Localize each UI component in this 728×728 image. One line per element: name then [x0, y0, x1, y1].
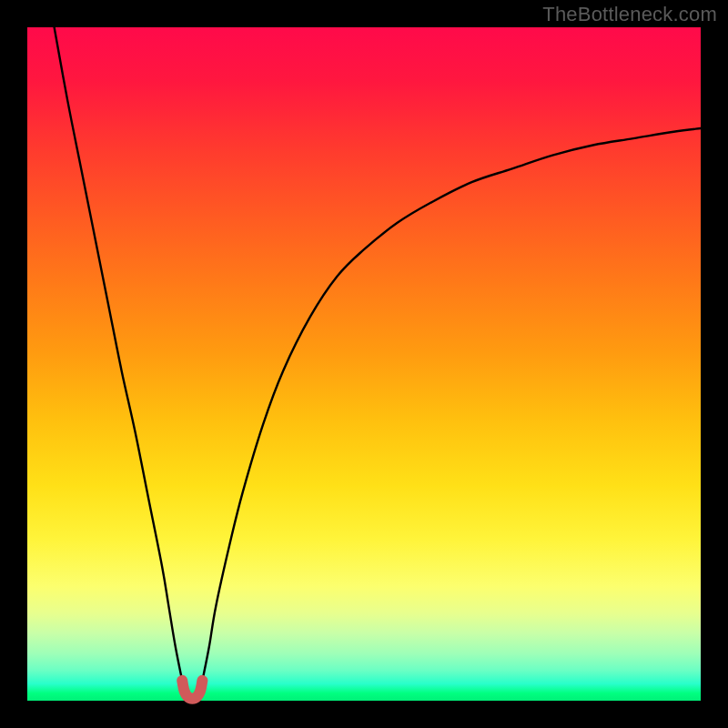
watermark-text: TheBottleneck.com [542, 3, 717, 26]
curve-right-branch [202, 128, 701, 681]
plot-area [27, 27, 701, 701]
chart-frame: TheBottleneck.com [0, 0, 728, 728]
floor-marker [182, 681, 202, 699]
curve-layer [27, 27, 701, 701]
curve-left-branch [55, 27, 183, 681]
